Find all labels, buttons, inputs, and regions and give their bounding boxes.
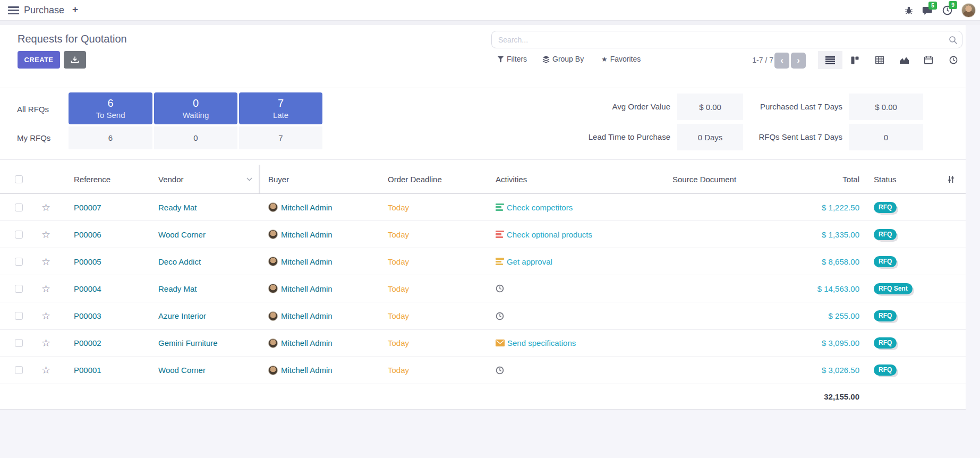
table-row[interactable]: ☆ P00007 Ready Mat Mitchell Admin Today …: [0, 194, 966, 221]
header-buyer[interactable]: Buyer: [268, 165, 289, 193]
buyer-cell[interactable]: Mitchell Admin: [268, 357, 333, 384]
buyer-cell[interactable]: Mitchell Admin: [268, 194, 333, 220]
pivot-view-button[interactable]: [867, 51, 892, 69]
header-vendor[interactable]: Vendor: [158, 165, 184, 193]
vendor-link[interactable]: Wood Corner: [158, 357, 206, 384]
reference-link[interactable]: P00001: [74, 357, 101, 384]
pager-next-button[interactable]: ›: [791, 53, 806, 69]
filters-button[interactable]: Filters: [497, 55, 527, 63]
messages-icon[interactable]: 5: [922, 6, 933, 15]
table-row[interactable]: ☆ P00003 Azure Interior Mitchell Admin T…: [0, 303, 966, 330]
tile-to-send[interactable]: 6 To Send: [69, 92, 152, 124]
table-row[interactable]: ☆ P00005 Deco Addict Mitchell Admin Toda…: [0, 248, 966, 275]
activity-cell[interactable]: [496, 275, 504, 302]
buyer-cell[interactable]: Mitchell Admin: [268, 221, 333, 248]
row-checkbox[interactable]: [15, 312, 23, 320]
row-checkbox[interactable]: [15, 339, 23, 347]
optional-columns-icon[interactable]: [947, 165, 956, 193]
sort-descending-icon[interactable]: [246, 165, 252, 193]
new-tab-button[interactable]: +: [72, 4, 78, 15]
user-avatar[interactable]: [961, 3, 976, 18]
activity-cell[interactable]: [496, 357, 504, 384]
reference-link[interactable]: P00006: [74, 221, 101, 248]
kanban-view-button[interactable]: [842, 51, 867, 69]
activity-cell[interactable]: Check optional products: [496, 221, 592, 248]
search-icon[interactable]: [949, 36, 958, 45]
header-activities[interactable]: Activities: [496, 165, 527, 193]
table-row[interactable]: ☆ P00004 Ready Mat Mitchell Admin Today …: [0, 275, 966, 302]
activity-cell[interactable]: Send specifications: [496, 330, 576, 357]
activity-label[interactable]: Get approval: [507, 257, 552, 266]
app-title[interactable]: Purchase: [24, 5, 64, 16]
row-checkbox[interactable]: [15, 258, 23, 266]
column-resize-handle[interactable]: [259, 165, 260, 193]
activity-cell[interactable]: Get approval: [496, 248, 552, 275]
pager-previous-button[interactable]: ‹: [774, 53, 789, 69]
activity-label[interactable]: Check competitors: [507, 203, 573, 212]
favorite-star-icon[interactable]: ☆: [41, 283, 50, 295]
table-row[interactable]: ☆ P00002 Gemini Furniture Mitchell Admin…: [0, 330, 966, 357]
favorite-star-icon[interactable]: ☆: [41, 256, 50, 268]
activity-cell[interactable]: Check competitors: [496, 194, 573, 220]
row-checkbox[interactable]: [15, 203, 23, 211]
my-late-count[interactable]: 7: [239, 126, 322, 149]
graph-view-button[interactable]: [892, 51, 916, 69]
my-waiting-count[interactable]: 0: [154, 126, 237, 149]
buyer-cell[interactable]: Mitchell Admin: [268, 248, 333, 275]
calendar-view-button[interactable]: [916, 51, 941, 69]
header-order-deadline[interactable]: Order Deadline: [388, 165, 442, 193]
table-row[interactable]: ☆ P00006 Wood Corner Mitchell Admin Toda…: [0, 221, 966, 248]
list-view-button[interactable]: [818, 51, 842, 69]
tasks-icon[interactable]: [496, 203, 504, 211]
header-source-document[interactable]: Source Document: [672, 165, 736, 193]
favorite-star-icon[interactable]: ☆: [41, 228, 50, 241]
clock-icon[interactable]: [496, 312, 504, 320]
activity-label[interactable]: Send specifications: [507, 338, 576, 347]
row-checkbox[interactable]: [15, 231, 23, 239]
buyer-cell[interactable]: Mitchell Admin: [268, 275, 333, 302]
row-checkbox[interactable]: [15, 285, 23, 293]
vendor-link[interactable]: Deco Addict: [158, 248, 201, 275]
table-row[interactable]: ☆ P00001 Wood Corner Mitchell Admin Toda…: [0, 357, 966, 384]
clock-icon[interactable]: [496, 284, 504, 293]
buyer-cell[interactable]: Mitchell Admin: [268, 330, 333, 357]
apps-menu-icon[interactable]: [8, 6, 19, 14]
select-all-checkbox[interactable]: [15, 165, 23, 193]
debug-bug-icon[interactable]: [905, 6, 913, 14]
activity-view-button[interactable]: [941, 51, 966, 69]
activity-label[interactable]: Check optional products: [507, 230, 592, 239]
clock-icon[interactable]: [496, 366, 504, 375]
search-input[interactable]: [498, 31, 944, 48]
group-by-button[interactable]: Group By: [542, 55, 584, 63]
row-checkbox[interactable]: [15, 366, 23, 374]
favorites-button[interactable]: ★ Favorites: [601, 55, 641, 63]
tasks-icon[interactable]: [496, 258, 504, 265]
vendor-link[interactable]: Ready Mat: [158, 194, 197, 220]
vendor-link[interactable]: Wood Corner: [158, 221, 206, 248]
activities-clock-icon[interactable]: 9: [942, 5, 952, 15]
vendor-link[interactable]: Ready Mat: [158, 275, 197, 302]
envelope-icon[interactable]: [496, 340, 505, 346]
search-bar[interactable]: [491, 31, 962, 48]
my-to-send-count[interactable]: 6: [69, 126, 152, 149]
favorite-star-icon[interactable]: ☆: [41, 364, 50, 376]
header-total[interactable]: Total: [796, 165, 859, 193]
reference-link[interactable]: P00007: [74, 194, 101, 220]
tile-late[interactable]: 7 Late: [239, 92, 322, 124]
favorite-star-icon[interactable]: ☆: [41, 337, 50, 349]
header-reference[interactable]: Reference: [74, 165, 110, 193]
export-button[interactable]: [64, 51, 86, 69]
tile-waiting[interactable]: 0 Waiting: [154, 92, 237, 124]
buyer-cell[interactable]: Mitchell Admin: [268, 303, 333, 329]
favorite-star-icon[interactable]: ☆: [41, 310, 50, 322]
reference-link[interactable]: P00002: [74, 330, 101, 357]
reference-link[interactable]: P00005: [74, 248, 101, 275]
vendor-link[interactable]: Gemini Furniture: [158, 330, 218, 357]
tasks-icon[interactable]: [496, 231, 504, 238]
reference-link[interactable]: P00003: [74, 303, 101, 329]
activity-cell[interactable]: [496, 303, 504, 329]
create-button[interactable]: CREATE: [18, 51, 60, 69]
favorite-star-icon[interactable]: ☆: [41, 201, 50, 214]
header-status[interactable]: Status: [874, 165, 897, 193]
vendor-link[interactable]: Azure Interior: [158, 303, 206, 329]
